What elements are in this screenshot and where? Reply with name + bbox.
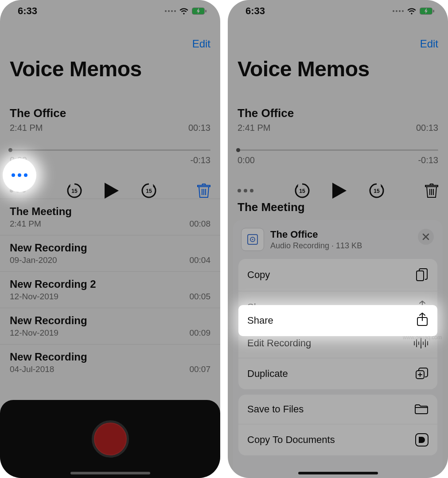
list-item[interactable]: New Recording 2 12-Nov-201900:05 bbox=[0, 271, 220, 308]
list-item[interactable]: The Meeting 2:41 PM00:08 bbox=[0, 199, 220, 235]
status-icons bbox=[393, 8, 435, 15]
action-copy[interactable]: Copy bbox=[238, 259, 437, 291]
action-share-highlighted[interactable]: Share bbox=[238, 305, 437, 336]
memo-list: The Meeting 2:41 PM00:08 New Recording 0… bbox=[0, 199, 220, 380]
screenshot-right: 6:33 Edit Voice Memos The Office 2:41 PM… bbox=[228, 0, 448, 478]
screenshot-left: 6:33 Edit Voice Memos The Office 2:41 PM… bbox=[0, 0, 220, 478]
action-label: Copy To Documents bbox=[247, 434, 335, 446]
action-group-3: Save to Files Copy To Documents bbox=[238, 395, 437, 455]
action-label: Save to Files bbox=[247, 404, 304, 415]
status-time: 6:33 bbox=[18, 5, 37, 17]
share-file-meta: Audio Recording · 113 KB bbox=[270, 241, 362, 251]
share-sheet: The Office Audio Recording · 113 KB Copy… bbox=[233, 220, 443, 478]
action-copy-to-documents[interactable]: Copy To Documents bbox=[238, 424, 437, 455]
svg-text:15: 15 bbox=[146, 188, 152, 194]
scrubber-times: 0:00 -0:13 bbox=[238, 155, 438, 165]
folder-icon bbox=[414, 404, 429, 415]
svg-rect-5 bbox=[433, 10, 434, 12]
memo-dur: 00:05 bbox=[189, 292, 210, 302]
memo-sub: 09-Jan-2020 bbox=[10, 255, 57, 265]
time-remaining: -0:13 bbox=[190, 155, 210, 165]
status-icons bbox=[165, 8, 207, 15]
time-remaining: -0:13 bbox=[418, 155, 438, 165]
action-duplicate[interactable]: Duplicate bbox=[238, 358, 437, 389]
battery-icon bbox=[420, 8, 435, 15]
memo-dur: 00:04 bbox=[189, 255, 210, 265]
memo-title: New Recording bbox=[10, 314, 210, 327]
scrubber-thumb[interactable] bbox=[8, 148, 12, 152]
list-item[interactable]: New Recording 12-Nov-201900:09 bbox=[0, 308, 220, 344]
more-button[interactable] bbox=[238, 189, 253, 192]
home-indicator[interactable] bbox=[70, 472, 150, 474]
documents-app-icon bbox=[415, 433, 429, 447]
svg-rect-1 bbox=[205, 10, 206, 12]
svg-text:15: 15 bbox=[374, 188, 380, 194]
share-file-title: The Office bbox=[270, 229, 362, 240]
status-time: 6:33 bbox=[245, 5, 265, 17]
time-elapsed: 0:00 bbox=[238, 155, 255, 165]
edit-button[interactable]: Edit bbox=[192, 38, 210, 50]
cellular-icon bbox=[165, 10, 176, 12]
status-bar: 6:33 bbox=[0, 0, 220, 22]
action-label: Share bbox=[247, 315, 273, 326]
list-item[interactable]: New Recording 09-Jan-202000:04 bbox=[0, 235, 220, 271]
list-item[interactable]: New Recording 04-Jul-201800:07 bbox=[0, 344, 220, 380]
home-indicator[interactable] bbox=[298, 472, 378, 474]
cellular-icon bbox=[393, 10, 404, 12]
svg-text:15: 15 bbox=[299, 188, 305, 194]
memo-dur: 00:09 bbox=[189, 328, 210, 338]
scrubber-thumb[interactable] bbox=[236, 148, 240, 152]
memo-title: The Meeting bbox=[10, 205, 210, 218]
selected-memo: The Office 2:41 PM 00:13 bbox=[238, 106, 438, 133]
skip-back-15-icon[interactable]: 15 bbox=[293, 182, 311, 200]
selected-memo-duration: 00:13 bbox=[188, 123, 210, 133]
selected-memo-title: The Office bbox=[238, 106, 438, 120]
more-button-highlighted[interactable] bbox=[3, 158, 36, 192]
selected-memo-duration: 00:13 bbox=[416, 123, 438, 133]
memo-title: New Recording bbox=[10, 242, 210, 254]
memo-title: New Recording bbox=[10, 351, 210, 363]
action-label: Copy bbox=[247, 269, 270, 281]
close-button[interactable] bbox=[418, 229, 434, 245]
skip-forward-15-icon[interactable]: 15 bbox=[368, 182, 386, 200]
memo-dur: 00:08 bbox=[189, 219, 210, 229]
skip-forward-15-icon[interactable]: 15 bbox=[140, 182, 158, 200]
play-button[interactable] bbox=[331, 182, 347, 200]
next-memo-title: The Meeting bbox=[238, 200, 305, 214]
scrubber-times: 0:00 -0:13 bbox=[10, 155, 210, 165]
delete-button[interactable] bbox=[197, 183, 210, 198]
wifi-icon bbox=[407, 8, 417, 15]
selected-memo-time: 2:41 PM bbox=[238, 123, 270, 133]
memo-sub: 04-Jul-2018 bbox=[10, 364, 54, 374]
record-bar bbox=[0, 400, 220, 478]
memo-sub: 12-Nov-2019 bbox=[10, 292, 58, 302]
action-label: Duplicate bbox=[247, 368, 288, 380]
memo-title: New Recording 2 bbox=[10, 278, 210, 290]
battery-icon bbox=[192, 8, 207, 15]
wifi-icon bbox=[179, 8, 189, 15]
playback-controls: 15 15 bbox=[10, 182, 210, 200]
share-sheet-header: The Office Audio Recording · 113 KB bbox=[238, 226, 437, 259]
record-button[interactable] bbox=[92, 420, 129, 458]
skip-back-15-icon[interactable]: 15 bbox=[66, 182, 83, 200]
page-title: Voice Memos bbox=[10, 57, 142, 81]
file-thumb-icon bbox=[241, 228, 264, 251]
delete-button[interactable] bbox=[425, 183, 438, 198]
memo-sub: 2:41 PM bbox=[10, 219, 41, 229]
svg-text:15: 15 bbox=[71, 188, 78, 194]
status-bar: 6:33 bbox=[228, 0, 448, 22]
duplicate-icon bbox=[415, 367, 429, 380]
play-button[interactable] bbox=[104, 182, 120, 200]
action-save-to-files[interactable]: Save to Files bbox=[238, 395, 437, 424]
selected-memo-title: The Office bbox=[10, 106, 210, 120]
selected-memo: The Office 2:41 PM 00:13 bbox=[10, 106, 210, 133]
scrubber-track[interactable] bbox=[238, 149, 438, 151]
memo-dur: 00:07 bbox=[189, 364, 210, 374]
edit-button[interactable]: Edit bbox=[420, 38, 438, 50]
memo-sub: 12-Nov-2019 bbox=[10, 328, 58, 338]
scrubber-track[interactable] bbox=[10, 149, 210, 151]
playback-controls: 15 15 bbox=[238, 182, 438, 200]
share-icon bbox=[416, 312, 429, 329]
copy-icon bbox=[415, 268, 429, 282]
svg-point-10 bbox=[252, 239, 253, 240]
